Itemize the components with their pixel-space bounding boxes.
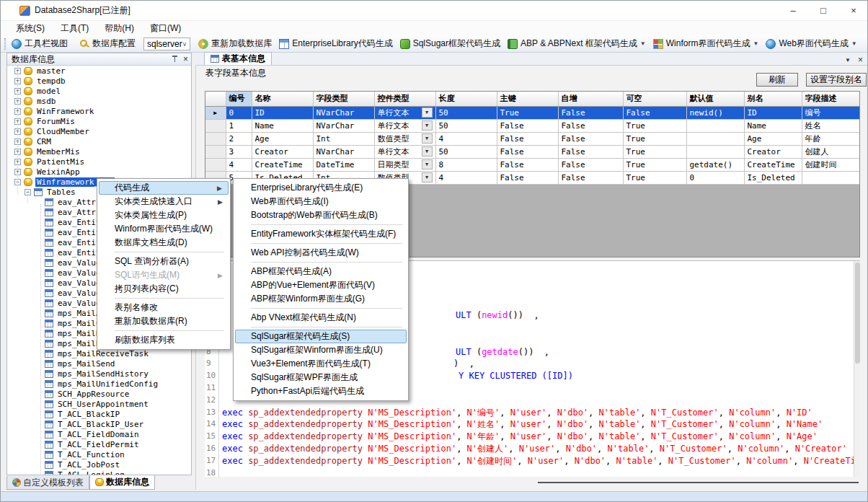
toolbar-grip[interactable] bbox=[4, 38, 6, 50]
grid-cell[interactable]: ID bbox=[744, 106, 802, 119]
grid-cell[interactable]: getdate() bbox=[686, 158, 744, 171]
grid-cell[interactable]: False bbox=[497, 158, 558, 171]
context-menu-item[interactable]: SQL 查询分析器(A) bbox=[99, 255, 229, 268]
grid-cell[interactable]: 50 bbox=[435, 106, 497, 119]
grid-cell[interactable]: 2 bbox=[226, 132, 252, 145]
table-row[interactable]: 2AgeInt数值类型▼4FalseFalseTrueAge年龄 bbox=[205, 132, 859, 145]
grid-cell[interactable] bbox=[686, 119, 744, 132]
submenu-item[interactable]: SqlSugar框架代码生成(S) bbox=[235, 330, 407, 343]
grid-cell[interactable]: 8 bbox=[435, 158, 497, 171]
tab-close-icon[interactable]: × bbox=[858, 55, 863, 65]
dropdown-arrow-icon[interactable]: ▼ bbox=[753, 40, 758, 47]
grid-cell[interactable]: 0 bbox=[226, 106, 252, 119]
tree-node-table[interactable]: T_ACL_BlackIP_User bbox=[7, 419, 191, 429]
grid-cell[interactable]: 0 bbox=[686, 171, 744, 184]
submenu-item[interactable]: Abp VNext框架代码生成(N) bbox=[235, 311, 407, 325]
grid-cell[interactable]: True bbox=[623, 119, 686, 132]
context-menu-item[interactable]: 重新加载数据库(R) bbox=[99, 314, 229, 328]
grid-cell[interactable]: 姓名 bbox=[802, 119, 859, 132]
tree-node-table[interactable]: T_ACL_BlackIP bbox=[7, 409, 191, 419]
grid-cell[interactable]: NVarChar bbox=[313, 119, 374, 132]
grid-cell[interactable]: 创建时间 bbox=[802, 158, 859, 171]
combo-dropdown-icon[interactable]: ▼ bbox=[422, 146, 433, 157]
grid-cell[interactable]: 数值类型▼ bbox=[374, 132, 435, 145]
column-header[interactable]: 名称 bbox=[252, 92, 313, 106]
column-header[interactable]: 默认值 bbox=[686, 92, 744, 106]
context-menu-item[interactable]: 代码生成▶ bbox=[99, 181, 229, 195]
tree-node-database[interactable]: +tempdb bbox=[7, 76, 191, 86]
winform-codegen-button[interactable]: Winform界面代码生成 ▼ bbox=[650, 36, 763, 52]
submenu-item[interactable]: EntityFramework实体框架代码生成(F) bbox=[235, 227, 407, 241]
combo-dropdown-icon[interactable]: ▼ bbox=[422, 172, 433, 182]
context-menu-item[interactable]: 拷贝列表内容(C) bbox=[99, 282, 229, 296]
close-button[interactable]: × bbox=[838, 1, 868, 21]
tree-node-table[interactable]: T_ACL_FieldPermit bbox=[7, 439, 191, 449]
column-header[interactable]: 字段类型 bbox=[313, 92, 374, 106]
grid-cell[interactable]: 50 bbox=[435, 119, 497, 132]
grid-cell[interactable]: 单行文本▼ bbox=[374, 119, 435, 132]
tab-table-basic-info[interactable]: 表基本信息 bbox=[204, 52, 272, 65]
combo-dropdown-icon[interactable]: ▼ bbox=[422, 159, 433, 169]
submenu-item[interactable]: Web界面代码生成(I) bbox=[235, 195, 407, 208]
column-header[interactable]: 长度 bbox=[435, 92, 497, 106]
column-header[interactable]: 别名 bbox=[744, 92, 802, 106]
grid-cell[interactable]: True bbox=[623, 145, 686, 158]
tree-node-database[interactable]: +WinFramework bbox=[7, 106, 191, 116]
control-type-combo[interactable]: 日期类型▼ bbox=[378, 159, 433, 171]
grid-cell[interactable]: 编号 bbox=[802, 106, 859, 119]
tree-node-database[interactable]: +CloudMember bbox=[7, 126, 191, 136]
grid-cell[interactable]: False bbox=[623, 106, 686, 119]
tree-node-table[interactable]: T_ACL_JobPost bbox=[7, 459, 191, 470]
grid-cell[interactable]: 单行文本▼ bbox=[374, 145, 435, 158]
grid-cell[interactable]: Int bbox=[313, 132, 374, 145]
grid-cell[interactable]: 3 bbox=[226, 145, 252, 158]
grid-cell[interactable]: True bbox=[623, 171, 686, 184]
grid-cell[interactable]: CreateTime bbox=[744, 158, 802, 171]
dropdown-arrow-icon[interactable]: ▼ bbox=[851, 40, 857, 47]
tree-node-table[interactable]: T_ACL_Function bbox=[7, 449, 191, 459]
menubar-item[interactable]: 帮助(H) bbox=[97, 21, 142, 35]
menubar-item[interactable]: 窗口(W) bbox=[142, 21, 189, 35]
grid-cell[interactable]: False bbox=[497, 132, 558, 145]
panel-tab-database-info[interactable]: 数据库信息 bbox=[89, 475, 155, 490]
grid-cell[interactable]: False bbox=[497, 145, 558, 158]
grid-cell[interactable]: Is_Deleted bbox=[744, 171, 802, 184]
grid-cell[interactable]: False bbox=[558, 158, 623, 171]
tree-node-database[interactable]: +model bbox=[7, 86, 191, 96]
grid-cell[interactable]: 单行文本▼ bbox=[374, 106, 435, 119]
table-row[interactable]: ▶0IDNVarChar单行文本▼50TrueFalseFalsenewid()… bbox=[205, 106, 859, 119]
panel-close-icon[interactable]: × bbox=[183, 55, 188, 63]
tree-node-table[interactable]: T_ACL_LoginLog bbox=[7, 470, 191, 475]
row-selector-cell[interactable] bbox=[205, 145, 226, 158]
scrollbar-thumb[interactable] bbox=[855, 263, 860, 364]
grid-cell[interactable]: 1 bbox=[226, 119, 252, 132]
tree-node-database[interactable]: +WeixinApp bbox=[7, 167, 191, 177]
set-field-alias-button[interactable]: 设置字段别名 bbox=[806, 73, 867, 87]
context-menu-item[interactable]: Winform界面代码生成(W) bbox=[99, 222, 229, 236]
tree-node-database[interactable]: +msdb bbox=[7, 96, 191, 106]
grid-cell[interactable]: False bbox=[558, 171, 623, 184]
vertical-scrollbar[interactable] bbox=[854, 261, 860, 477]
grid-cell[interactable]: NVarChar bbox=[313, 145, 374, 158]
column-header[interactable]: 字段描述 bbox=[802, 92, 859, 106]
control-type-combo[interactable]: 单行文本▼ bbox=[378, 107, 433, 119]
abp-codegen-button[interactable]: ABP & ABPNext 框架代码生成 ▼ bbox=[504, 36, 650, 52]
grid-cell[interactable]: Age bbox=[252, 132, 313, 145]
control-type-combo[interactable]: 单行文本▼ bbox=[378, 146, 433, 158]
tree-node-table[interactable]: SCH_UserAppointment bbox=[7, 399, 191, 409]
context-menu-item[interactable]: 数据库文档生成(D) bbox=[99, 236, 229, 250]
combo-dropdown-icon[interactable]: ▼ bbox=[422, 120, 433, 131]
combo-dropdown-icon[interactable]: ▼ bbox=[422, 133, 433, 144]
control-type-combo[interactable]: 单行文本▼ bbox=[378, 120, 433, 132]
tree-node-table[interactable]: mps_MailReceiveTask bbox=[7, 348, 191, 358]
tab-list-dropdown-icon[interactable]: ▼ bbox=[845, 57, 851, 63]
grid-cell[interactable]: Name bbox=[744, 119, 802, 132]
context-menu-item[interactable]: 实体类属性生成(P) bbox=[99, 208, 229, 222]
entlib-codegen-button[interactable]: EnterpriseLibrary代码生成 bbox=[275, 36, 396, 52]
grid-cell[interactable]: Age bbox=[744, 132, 802, 145]
submenu-item[interactable]: Web API控制器代码生成(W) bbox=[235, 246, 407, 260]
row-selector-cell[interactable] bbox=[205, 158, 226, 171]
grid-cell[interactable]: NVarChar bbox=[313, 106, 374, 119]
toolbar-view-button[interactable]: 工具栏视图 bbox=[8, 36, 71, 52]
web-codegen-button[interactable]: Web界面代码生成 ▼ bbox=[762, 36, 860, 52]
